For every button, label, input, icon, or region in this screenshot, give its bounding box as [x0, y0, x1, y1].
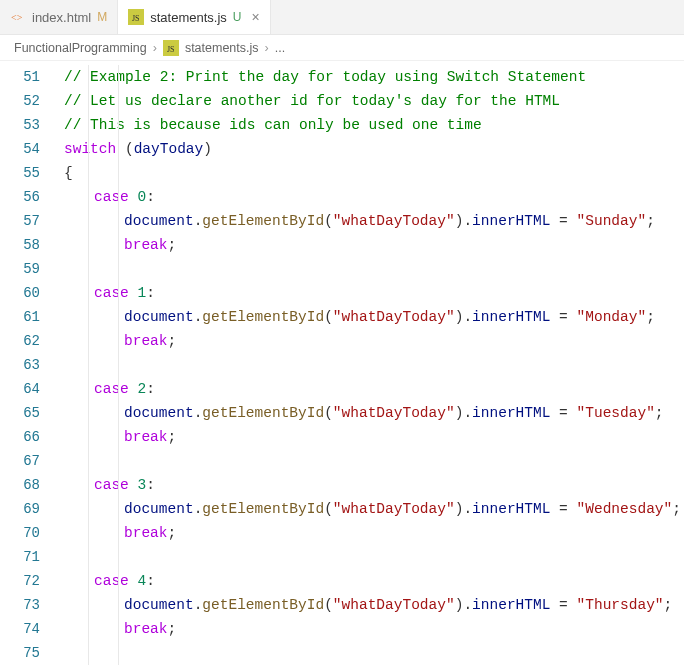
token-string: "whatDayToday" [333, 501, 455, 517]
line-number: 65 [0, 401, 58, 425]
tab-status: U [233, 10, 242, 24]
token-punc: : [146, 573, 155, 589]
code-line[interactable]: case 4: [64, 569, 684, 593]
code-content[interactable]: // Example 2: Print the day for today us… [58, 61, 684, 665]
token-string: "Sunday" [577, 213, 647, 229]
code-line[interactable]: break; [64, 617, 684, 641]
token-op: = [550, 597, 576, 613]
code-line[interactable]: document.getElementById("whatDayToday").… [64, 305, 684, 329]
code-line[interactable] [64, 449, 684, 473]
tab-status: M [97, 10, 107, 24]
line-number: 61 [0, 305, 58, 329]
svg-text:JS: JS [167, 45, 175, 54]
code-line[interactable]: break; [64, 425, 684, 449]
code-line[interactable]: document.getElementById("whatDayToday").… [64, 401, 684, 425]
token-punc [129, 189, 138, 205]
line-number: 60 [0, 281, 58, 305]
code-line[interactable] [64, 545, 684, 569]
code-line[interactable]: case 0: [64, 185, 684, 209]
line-number: 52 [0, 89, 58, 113]
code-line[interactable]: case 3: [64, 473, 684, 497]
token-punc: ). [455, 501, 472, 517]
code-line[interactable] [64, 353, 684, 377]
js-file-icon: JS [163, 40, 179, 56]
close-icon[interactable]: × [248, 9, 260, 25]
token-punc [129, 381, 138, 397]
token-punc [129, 477, 138, 493]
token-op: = [550, 405, 576, 421]
code-line[interactable]: break; [64, 521, 684, 545]
token-func: getElementById [202, 597, 324, 613]
code-line[interactable]: break; [64, 329, 684, 353]
code-line[interactable]: // Let us declare another id for today's… [64, 89, 684, 113]
token-prop: innerHTML [472, 213, 550, 229]
chevron-right-icon: › [265, 41, 269, 55]
line-number: 75 [0, 641, 58, 665]
token-punc: : [146, 285, 155, 301]
code-line[interactable]: break; [64, 233, 684, 257]
code-line[interactable]: switch (dayToday) [64, 137, 684, 161]
token-keyword: switch [64, 141, 116, 157]
token-func: getElementById [202, 213, 324, 229]
token-punc: ; [168, 237, 177, 253]
token-num: 1 [138, 285, 147, 301]
code-line[interactable]: document.getElementById("whatDayToday").… [64, 593, 684, 617]
line-number: 55 [0, 161, 58, 185]
token-punc [129, 573, 138, 589]
code-line[interactable]: document.getElementById("whatDayToday").… [64, 497, 684, 521]
token-keyword: break [124, 333, 168, 349]
token-string: "Thursday" [577, 597, 664, 613]
line-number: 64 [0, 377, 58, 401]
token-keyword: break [124, 237, 168, 253]
code-editor[interactable]: 5152535455565758596061626364656667686970… [0, 61, 684, 665]
token-var: document [124, 501, 194, 517]
token-punc: ). [455, 405, 472, 421]
line-number-gutter: 5152535455565758596061626364656667686970… [0, 61, 58, 665]
token-punc: ). [455, 309, 472, 325]
token-punc: ( [324, 309, 333, 325]
token-keyword: case [94, 573, 129, 589]
token-var: document [124, 309, 194, 325]
line-number: 53 [0, 113, 58, 137]
line-number: 56 [0, 185, 58, 209]
token-num: 0 [138, 189, 147, 205]
code-line[interactable]: { [64, 161, 684, 185]
token-punc: ; [646, 309, 655, 325]
code-line[interactable]: document.getElementById("whatDayToday").… [64, 209, 684, 233]
line-number: 54 [0, 137, 58, 161]
token-func: getElementById [202, 405, 324, 421]
line-number: 63 [0, 353, 58, 377]
token-prop: innerHTML [472, 405, 550, 421]
token-string: "whatDayToday" [333, 597, 455, 613]
line-number: 51 [0, 65, 58, 89]
token-punc: ; [646, 213, 655, 229]
code-line[interactable] [64, 641, 684, 665]
tab-label: statements.js [150, 10, 227, 25]
code-line[interactable] [64, 257, 684, 281]
breadcrumb-file[interactable]: statements.js [185, 41, 259, 55]
line-number: 68 [0, 473, 58, 497]
code-line[interactable]: case 2: [64, 377, 684, 401]
token-var: document [124, 213, 194, 229]
line-number: 66 [0, 425, 58, 449]
tab-statements-js[interactable]: JS statements.js U × [118, 0, 270, 34]
code-line[interactable]: // Example 2: Print the day for today us… [64, 65, 684, 89]
token-comment: // Example 2: Print the day for today us… [64, 69, 586, 85]
tab-label: index.html [32, 10, 91, 25]
line-number: 59 [0, 257, 58, 281]
breadcrumb-folder[interactable]: FunctionalProgramming [14, 41, 147, 55]
token-punc: ( [324, 213, 333, 229]
breadcrumb-symbol[interactable]: ... [275, 41, 285, 55]
tab-index-html[interactable]: <> index.html M [0, 0, 118, 34]
tab-bar: <> index.html M JS statements.js U × [0, 0, 684, 35]
breadcrumb[interactable]: FunctionalProgramming › JS statements.js… [0, 35, 684, 61]
code-line[interactable]: case 1: [64, 281, 684, 305]
token-punc: : [146, 477, 155, 493]
token-keyword: break [124, 621, 168, 637]
token-num: 2 [138, 381, 147, 397]
token-prop: innerHTML [472, 501, 550, 517]
token-keyword: case [94, 477, 129, 493]
line-number: 69 [0, 497, 58, 521]
token-keyword: break [124, 429, 168, 445]
code-line[interactable]: // This is because ids can only be used … [64, 113, 684, 137]
